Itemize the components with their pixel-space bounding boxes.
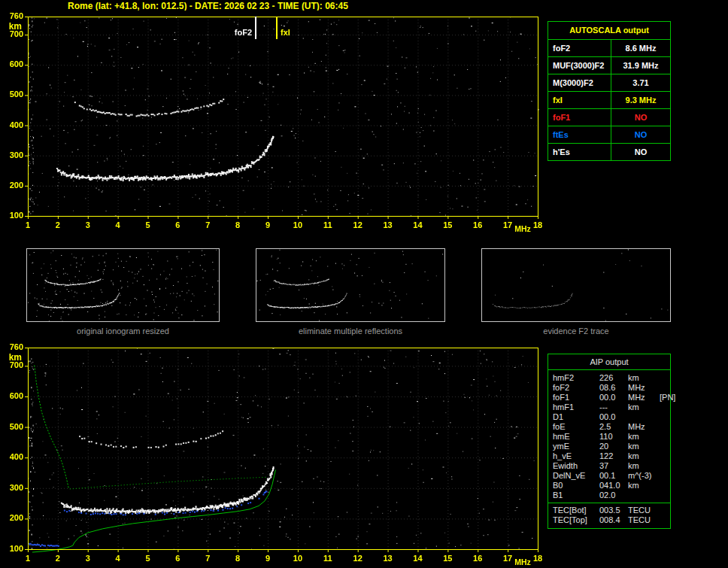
autoscala-row-label: foF2	[548, 40, 611, 56]
aip-row-value: 02.0	[599, 491, 628, 500]
table-row: foE2.5MHz	[548, 422, 670, 432]
autoscala-row-value: NO	[611, 126, 670, 143]
aip-row-label: hmF1	[553, 402, 599, 412]
table-row: ymE20km	[548, 442, 670, 451]
table-row: B102.0	[548, 491, 670, 500]
table-row: TEC[Bot]003.5TECU	[548, 506, 670, 515]
aip-row-label: B0	[553, 481, 599, 491]
aip-row-value: 00.1	[599, 471, 628, 481]
autoscala-output-screen: Rome (lat: +41.8, lon: 012.5) - DATE: 20…	[0, 0, 728, 568]
table-row: B0041.0km	[548, 481, 670, 491]
aip-row-value: 00.0	[599, 412, 628, 422]
autoscala-row-value: 31.9 MHz	[611, 57, 670, 74]
tec-row-label: TEC[Bot]	[553, 506, 599, 515]
aip-row-value: 2.5	[599, 422, 628, 432]
aip-row-extra	[660, 442, 670, 451]
autoscala-table-title: AUTOSCALA output	[548, 22, 670, 40]
aip-row-extra	[660, 412, 670, 422]
thumbnail-caption: original ionogram resized	[26, 327, 220, 336]
aip-row-label: h_vE	[553, 451, 599, 461]
autoscala-row-label: foF1	[548, 109, 611, 126]
aip-row-label: ymE	[553, 442, 599, 451]
aip-row-label: hmE	[553, 432, 599, 442]
aip-row-unit: km	[628, 442, 660, 451]
aip-row-value: 08.6	[599, 383, 628, 393]
table-row: DelN_vE00.1m^(-3)	[548, 471, 670, 481]
aip-row-extra	[660, 432, 670, 442]
table-row: foF100.0MHz[PN]	[548, 393, 670, 402]
table-row: h'EsNO	[548, 144, 670, 160]
top-ionogram-canvas	[0, 11, 546, 238]
autoscala-row-value: 8.6 MHz	[611, 40, 670, 56]
page-title: Rome (lat: +41.8, lon: 012.5) - DATE: 20…	[68, 1, 348, 11]
table-row: hmF2226km	[548, 373, 670, 383]
aip-row-extra	[660, 422, 670, 432]
autoscala-row-label: fxI	[548, 92, 611, 108]
aip-row-unit: km	[628, 481, 660, 491]
aip-row-extra	[660, 461, 670, 471]
tec-row-value: 003.5	[599, 506, 628, 515]
aip-row-extra	[660, 491, 670, 500]
thumbnail-caption: eliminate multiple reflections	[256, 327, 445, 336]
autoscala-row-value: 9.3 MHz	[611, 92, 670, 108]
aip-row-unit: km	[628, 461, 660, 471]
aip-row-extra	[660, 373, 670, 383]
aip-row-value: 122	[599, 451, 628, 461]
table-row: hmE110km	[548, 432, 670, 442]
table-row: hmF1---km	[548, 402, 670, 412]
aip-row-label: D1	[553, 412, 599, 422]
aip-row-value: ---	[599, 402, 628, 412]
tec-row-value: 008.4	[599, 515, 628, 525]
bottom-ionogram-profile-canvas	[0, 342, 546, 567]
aip-row-unit: MHz	[628, 422, 660, 432]
tec-row-unit: TECU	[628, 515, 660, 525]
aip-row-unit: km	[628, 373, 660, 383]
aip-row-extra	[660, 471, 670, 481]
table-row: foF208.6MHz	[548, 383, 670, 393]
autoscala-row-label: ftEs	[548, 126, 611, 143]
aip-row-extra: [PN]	[660, 393, 675, 402]
aip-row-value: 041.0	[599, 481, 628, 491]
aip-row-label: foE	[553, 422, 599, 432]
aip-row-extra	[660, 383, 670, 393]
aip-row-label: Ewidth	[553, 461, 599, 471]
autoscala-row-label: MUF(3000)F2	[548, 57, 611, 74]
aip-row-unit: MHz	[628, 393, 660, 402]
table-row: TEC[Top]008.4TECU	[548, 515, 670, 525]
aip-row-unit	[628, 491, 660, 500]
aip-row-unit: km	[628, 402, 660, 412]
aip-row-unit: MHz	[628, 383, 660, 393]
aip-row-unit: m^(-3)	[628, 471, 660, 481]
table-row: MUF(3000)F231.9 MHz	[548, 57, 670, 74]
aip-row-unit	[628, 412, 660, 422]
thumbnail-caption: evidence F2 trace	[481, 327, 671, 336]
table-row: foF28.6 MHz	[548, 40, 670, 57]
aip-row-label: hmF2	[553, 373, 599, 383]
aip-table: AIP output hmF2226km foF208.6MHz foF100.…	[548, 354, 671, 529]
aip-row-label: B1	[553, 491, 599, 500]
aip-row-value: 226	[599, 373, 628, 383]
table-row: fxI9.3 MHz	[548, 92, 670, 109]
aip-row-extra	[660, 402, 670, 412]
aip-row-extra	[660, 451, 670, 461]
aip-row-unit: km	[628, 432, 660, 442]
thumbnail-multiple-reflections-removed	[256, 248, 445, 322]
tec-row-unit: TECU	[628, 506, 660, 515]
aip-row-label: foF1	[553, 393, 599, 402]
aip-row-value: 110	[599, 432, 628, 442]
aip-row-extra	[660, 481, 670, 491]
tec-row-label: TEC[Top]	[553, 515, 599, 525]
autoscala-row-value: 3.71	[611, 74, 670, 91]
aip-row-value: 00.0	[599, 393, 628, 402]
table-row: foF1NO	[548, 109, 670, 126]
aip-row-value: 20	[599, 442, 628, 451]
aip-row-label: foF2	[553, 383, 599, 393]
table-row: M(3000)F23.71	[548, 74, 670, 92]
aip-row-label: DelN_vE	[553, 471, 599, 481]
thumbnail-f2-trace-evidence	[481, 248, 671, 322]
table-row: D100.0	[548, 412, 670, 422]
table-row: ftEsNO	[548, 126, 670, 144]
tec-divider	[548, 503, 670, 503]
autoscala-row-label: h'Es	[548, 144, 611, 160]
table-row: h_vE122km	[548, 451, 670, 461]
